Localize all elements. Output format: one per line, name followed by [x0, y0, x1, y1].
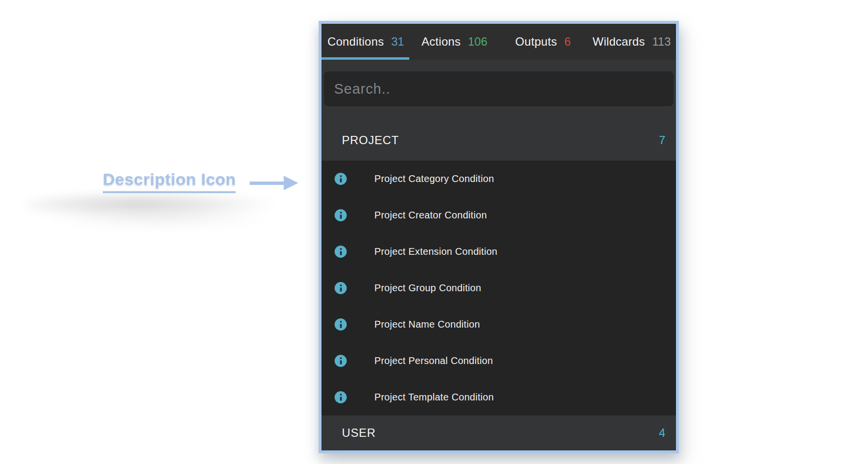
- info-icon[interactable]: [335, 391, 347, 403]
- info-icon[interactable]: [335, 318, 347, 331]
- tab-label: Actions: [421, 35, 461, 49]
- arrow-shaft: [250, 182, 286, 185]
- section-header-project[interactable]: PROJECT 7: [321, 112, 676, 161]
- section-count: 7: [659, 133, 665, 147]
- arrow-head: [284, 176, 298, 190]
- info-icon[interactable]: [335, 355, 347, 367]
- condition-item-label: Project Template Condition: [374, 392, 494, 403]
- condition-item-list: Project Category Condition Project Creat…: [321, 161, 676, 415]
- info-icon[interactable]: [335, 246, 347, 258]
- page: Description Icon Conditions 31 Actions 1…: [0, 0, 868, 464]
- annotation-shadow-smudge: [44, 209, 272, 228]
- condition-item-label: Project Name Condition: [374, 319, 480, 330]
- active-tab-underline: [321, 57, 409, 60]
- info-icon[interactable]: [335, 282, 347, 294]
- tab-count-badge: 6: [564, 35, 571, 49]
- annotation-arrow-icon: [250, 176, 299, 190]
- condition-item-label: Project Group Condition: [374, 282, 481, 294]
- info-icon[interactable]: [335, 209, 347, 221]
- section-count: 4: [659, 426, 665, 440]
- section-name: USER: [342, 426, 376, 440]
- condition-list-item[interactable]: Project Personal Condition: [321, 343, 676, 379]
- condition-list-item[interactable]: Project Creator Condition: [321, 197, 676, 233]
- search-area: [321, 60, 676, 112]
- tab-bar: Conditions 31 Actions 106 Outputs 6 Wild…: [321, 24, 676, 60]
- tab-wildcards[interactable]: Wildcards 113: [587, 24, 676, 60]
- condition-item-label: Project Creator Condition: [374, 210, 487, 221]
- tab-outputs[interactable]: Outputs 6: [499, 24, 588, 60]
- annotation-description-icon-label: Description Icon: [103, 170, 236, 193]
- section-name: PROJECT: [342, 133, 399, 147]
- tab-conditions[interactable]: Conditions 31: [321, 24, 410, 60]
- info-icon[interactable]: [335, 173, 347, 185]
- condition-list-item[interactable]: Project Extension Condition: [321, 233, 676, 270]
- search-input[interactable]: [324, 71, 674, 106]
- rule-palette-panel: Conditions 31 Actions 106 Outputs 6 Wild…: [319, 21, 679, 453]
- condition-item-label: Project Personal Condition: [374, 355, 493, 366]
- condition-item-label: Project Extension Condition: [374, 246, 498, 257]
- condition-list-item[interactable]: Project Category Condition: [321, 161, 676, 197]
- tab-actions[interactable]: Actions 106: [410, 24, 499, 60]
- tab-count-badge: 106: [468, 35, 487, 49]
- tab-label: Wildcards: [593, 35, 645, 49]
- tab-count-badge: 31: [391, 35, 404, 49]
- tab-label: Outputs: [515, 35, 557, 49]
- tab-label: Conditions: [327, 35, 384, 49]
- condition-list-item[interactable]: Project Group Condition: [321, 270, 676, 306]
- condition-list-item[interactable]: Project Name Condition: [321, 306, 676, 343]
- condition-item-label: Project Category Condition: [374, 173, 494, 184]
- tab-count-badge: 113: [652, 35, 671, 49]
- section-header-user[interactable]: USER 4: [321, 415, 676, 450]
- condition-list-item[interactable]: Project Template Condition: [321, 379, 676, 415]
